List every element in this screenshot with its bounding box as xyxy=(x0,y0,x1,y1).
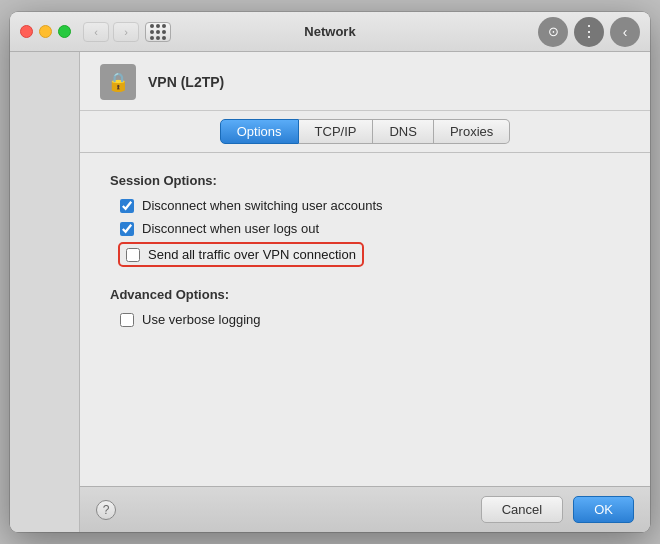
advanced-options-heading: Advanced Options: xyxy=(110,287,620,302)
option-row-verbose: Use verbose logging xyxy=(110,312,620,327)
close-button[interactable] xyxy=(20,25,33,38)
verbose-logging-label[interactable]: Use verbose logging xyxy=(142,312,261,327)
tab-options[interactable]: Options xyxy=(220,119,299,144)
traffic-lights xyxy=(20,25,71,38)
options-panel: Session Options: Disconnect when switchi… xyxy=(80,153,650,486)
back-nav-button[interactable]: ‹ xyxy=(610,17,640,47)
disconnect-switching-label[interactable]: Disconnect when switching user accounts xyxy=(142,198,383,213)
send-traffic-checkbox[interactable] xyxy=(126,248,140,262)
forward-button[interactable]: › xyxy=(113,22,139,42)
back-button[interactable]: ‹ xyxy=(83,22,109,42)
disconnect-logout-checkbox[interactable] xyxy=(120,222,134,236)
forward-icon: › xyxy=(124,26,128,38)
disconnect-switching-checkbox[interactable] xyxy=(120,199,134,213)
vpn-title: VPN (L2TP) xyxy=(148,74,224,90)
titlebar: ‹ › Network ⊙ ⋮ ‹ xyxy=(10,12,650,52)
send-traffic-label[interactable]: Send all traffic over VPN connection xyxy=(148,247,356,262)
ok-button[interactable]: OK xyxy=(573,496,634,523)
vpn-header: 🔒 VPN (L2TP) xyxy=(80,52,650,111)
grid-icon xyxy=(150,24,166,40)
maximize-button[interactable] xyxy=(58,25,71,38)
tab-dns[interactable]: DNS xyxy=(373,119,433,144)
main-area: 🔒 VPN (L2TP) Options TCP/IP DNS Proxies … xyxy=(10,52,650,532)
tab-tcpip[interactable]: TCP/IP xyxy=(299,119,374,144)
nav-buttons: ‹ › xyxy=(83,22,139,42)
tab-bar: Options TCP/IP DNS Proxies xyxy=(80,111,650,153)
sidebar xyxy=(10,52,80,532)
lock-icon: 🔒 xyxy=(107,71,129,93)
option-row-disconnect-logout: Disconnect when user logs out xyxy=(110,221,620,236)
tab-proxies[interactable]: Proxies xyxy=(434,119,510,144)
disconnect-logout-label[interactable]: Disconnect when user logs out xyxy=(142,221,319,236)
window-title: Network xyxy=(304,24,355,39)
help-button[interactable]: ? xyxy=(96,500,116,520)
minimize-button[interactable] xyxy=(39,25,52,38)
network-window: ‹ › Network ⊙ ⋮ ‹ xyxy=(10,12,650,532)
send-traffic-highlighted-row: Send all traffic over VPN connection xyxy=(120,244,362,265)
advanced-options-section: Advanced Options: Use verbose logging xyxy=(110,287,620,327)
footer: ? Cancel OK xyxy=(80,486,650,532)
search-icon-button[interactable]: ⊙ xyxy=(538,17,568,47)
session-options-heading: Session Options: xyxy=(110,173,620,188)
content-area: 🔒 VPN (L2TP) Options TCP/IP DNS Proxies … xyxy=(80,52,650,532)
verbose-logging-checkbox[interactable] xyxy=(120,313,134,327)
option-row-disconnect-switching: Disconnect when switching user accounts xyxy=(110,198,620,213)
more-options-button[interactable]: ⋮ xyxy=(574,17,604,47)
footer-right: Cancel OK xyxy=(481,496,634,523)
footer-left: ? xyxy=(96,500,116,520)
back-icon: ‹ xyxy=(94,26,98,38)
help-icon: ? xyxy=(103,503,110,517)
cancel-button[interactable]: Cancel xyxy=(481,496,563,523)
vpn-icon: 🔒 xyxy=(100,64,136,100)
grid-button[interactable] xyxy=(145,22,171,42)
right-controls: ⊙ ⋮ ‹ xyxy=(538,17,640,47)
